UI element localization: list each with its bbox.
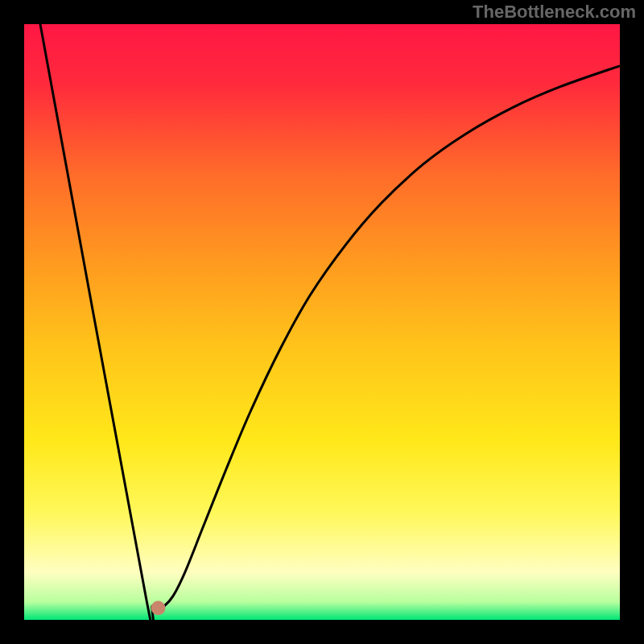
chart-svg bbox=[24, 24, 620, 620]
gradient-background bbox=[24, 24, 620, 620]
watermark-text: TheBottleneck.com bbox=[473, 2, 636, 23]
chart-container: TheBottleneck.com bbox=[0, 0, 644, 644]
marker-dot bbox=[151, 601, 166, 615]
plot-area bbox=[24, 24, 620, 620]
